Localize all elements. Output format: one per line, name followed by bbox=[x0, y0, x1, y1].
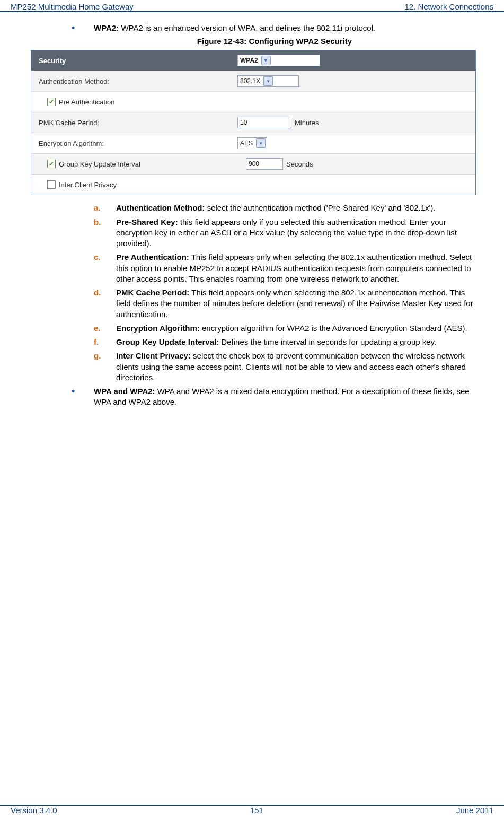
footer-left: Version 3.4.0 bbox=[11, 806, 57, 815]
auth-method-label: Authentication Method: bbox=[31, 77, 237, 85]
group-key-checkbox[interactable]: ✔ bbox=[47, 160, 56, 168]
security-label: Security bbox=[31, 57, 237, 65]
inter-client-privacy-checkbox[interactable] bbox=[47, 180, 56, 189]
encryption-algorithm-label: Encryption Algorithm: bbox=[31, 139, 237, 147]
sub-item-letter: c. bbox=[72, 252, 116, 284]
inter-client-privacy-label: Inter Client Privacy bbox=[59, 181, 117, 189]
security-select-value: WPA2 bbox=[240, 57, 258, 64]
footer-right: June 2011 bbox=[456, 806, 493, 815]
final-bullet-bold: WPA and WPA2: bbox=[94, 387, 155, 396]
sub-item-letter: e. bbox=[72, 323, 116, 334]
intro-bullet-text: WPA2: WPA2 is an enhanced version of WPA… bbox=[94, 23, 478, 33]
chevron-down-icon: ▾ bbox=[263, 76, 273, 86]
footer-center: 151 bbox=[250, 806, 263, 815]
sub-item-bold: Pre-Shared Key: bbox=[116, 217, 178, 226]
sub-item-text: encryption algorithm for WPA2 is the Adv… bbox=[200, 324, 467, 333]
sub-item-letter: g. bbox=[72, 351, 116, 383]
sub-item-letter: a. bbox=[72, 203, 116, 213]
row-group-key-interval: ✔ Group Key Update Interval 900 Seconds bbox=[31, 154, 475, 175]
pmk-cache-unit: Minutes bbox=[295, 119, 319, 127]
sub-item-a: a. Authentication Method: select the aut… bbox=[72, 203, 478, 213]
sub-item-letter: b. bbox=[72, 217, 116, 249]
page-header: MP252 Multimedia Home Gateway 12. Networ… bbox=[0, 0, 504, 12]
pre-authentication-checkbox[interactable]: ✔ bbox=[47, 98, 56, 106]
page-footer: Version 3.4.0 151 June 2011 bbox=[0, 805, 504, 817]
sub-item-f: f. Group Key Update Interval: Defines th… bbox=[72, 337, 478, 347]
sublist: a. Authentication Method: select the aut… bbox=[72, 203, 478, 383]
sub-item-text: Defines the time interval in seconds for… bbox=[219, 337, 436, 346]
intro-bullet-bold: WPA2: bbox=[94, 23, 119, 32]
settings-panel: Security WPA2 ▾ Authentication Method: 8… bbox=[31, 50, 476, 195]
sub-item-bold: Encryption Algorithm: bbox=[116, 324, 200, 333]
sub-item-b: b. Pre-Shared Key: this field appears on… bbox=[72, 217, 478, 249]
figure-caption: Figure 12-43: Configuring WPA2 Security bbox=[72, 37, 478, 46]
row-auth-method: Authentication Method: 802.1X ▾ bbox=[31, 71, 475, 92]
sub-item-bold: PMK Cache Period: bbox=[116, 288, 189, 297]
bullet-dot-icon: • bbox=[72, 23, 94, 33]
final-bullet: • WPA and WPA2: WPA and WPA2 is a mixed … bbox=[72, 386, 478, 408]
sub-item-g: g. Inter Client Privacy: select the chec… bbox=[72, 351, 478, 383]
final-bullet-text: WPA and WPA2: WPA and WPA2 is a mixed da… bbox=[94, 386, 478, 408]
header-right: 12. Network Connections bbox=[404, 2, 493, 11]
row-encryption-algorithm: Encryption Algorithm: AES ▾ bbox=[31, 133, 475, 154]
group-key-label: Group Key Update Interval bbox=[59, 160, 140, 168]
chevron-down-icon: ▾ bbox=[261, 56, 271, 65]
pmk-cache-label: PMK Cache Period: bbox=[31, 119, 237, 127]
pmk-cache-input[interactable]: 10 bbox=[237, 117, 291, 128]
sub-item-letter: f. bbox=[72, 337, 116, 347]
intro-bullet: • WPA2: WPA2 is an enhanced version of W… bbox=[72, 23, 478, 33]
sub-item-bold: Pre Authentication: bbox=[116, 252, 189, 261]
sub-item-e: e. Encryption Algorithm: encryption algo… bbox=[72, 323, 478, 334]
pre-authentication-label: Pre Authentication bbox=[59, 98, 115, 106]
chevron-down-icon: ▾ bbox=[256, 138, 266, 148]
row-inter-client-privacy: Inter Client Privacy bbox=[31, 175, 475, 195]
group-key-input[interactable]: 900 bbox=[246, 158, 283, 170]
intro-bullet-rest: WPA2 is an enhanced version of WPA, and … bbox=[119, 23, 375, 32]
group-key-unit: Seconds bbox=[286, 160, 313, 168]
row-security: Security WPA2 ▾ bbox=[31, 50, 475, 71]
page-content: • WPA2: WPA2 is an enhanced version of W… bbox=[0, 23, 504, 408]
encryption-algorithm-select[interactable]: AES ▾ bbox=[237, 137, 267, 149]
sub-item-text: select the authentication method ('Pre-S… bbox=[205, 203, 435, 212]
security-select[interactable]: WPA2 ▾ bbox=[237, 55, 320, 66]
encryption-algorithm-value: AES bbox=[240, 139, 253, 147]
row-pmk-cache: PMK Cache Period: 10 Minutes bbox=[31, 112, 475, 133]
sub-item-bold: Authentication Method: bbox=[116, 203, 205, 212]
sub-item-letter: d. bbox=[72, 287, 116, 320]
auth-method-value: 802.1X bbox=[240, 77, 260, 85]
bullet-dot-icon: • bbox=[72, 386, 94, 408]
auth-method-select[interactable]: 802.1X ▾ bbox=[237, 75, 299, 87]
sub-item-d: d. PMK Cache Period: This field appears … bbox=[72, 287, 478, 320]
row-pre-authentication: ✔ Pre Authentication bbox=[31, 92, 475, 112]
sub-item-bold: Inter Client Privacy: bbox=[116, 351, 191, 360]
sub-item-bold: Group Key Update Interval: bbox=[116, 337, 219, 346]
header-left: MP252 Multimedia Home Gateway bbox=[11, 2, 134, 11]
sub-item-c: c. Pre Authentication: This field appear… bbox=[72, 252, 478, 284]
